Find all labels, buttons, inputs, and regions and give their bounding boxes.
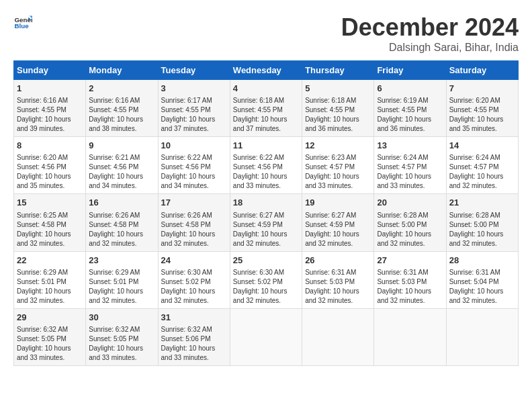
day-info: Sunrise: 6:21 AM Sunset: 4:56 PM Dayligh…: [89, 153, 154, 191]
calendar-week-row: 22Sunrise: 6:29 AM Sunset: 5:01 PM Dayli…: [14, 251, 519, 308]
calendar-cell: 7Sunrise: 6:20 AM Sunset: 4:55 PM Daylig…: [446, 80, 518, 137]
day-info: Sunrise: 6:18 AM Sunset: 4:55 PM Dayligh…: [233, 96, 299, 134]
page-header: General Blue December 2024 Dalsingh Sara…: [13, 13, 519, 54]
day-number: 24: [161, 255, 227, 267]
day-number: 13: [377, 140, 443, 152]
day-info: Sunrise: 6:18 AM Sunset: 4:55 PM Dayligh…: [305, 96, 371, 134]
calendar-cell: 26Sunrise: 6:31 AM Sunset: 5:03 PM Dayli…: [302, 251, 374, 308]
logo-icon: General Blue: [13, 13, 32, 32]
day-info: Sunrise: 6:22 AM Sunset: 4:56 PM Dayligh…: [233, 153, 299, 191]
day-info: Sunrise: 6:16 AM Sunset: 4:55 PM Dayligh…: [17, 96, 83, 134]
day-number: 23: [89, 255, 154, 267]
calendar-cell: 1Sunrise: 6:16 AM Sunset: 4:55 PM Daylig…: [14, 80, 86, 137]
calendar-cell: 14Sunrise: 6:24 AM Sunset: 4:57 PM Dayli…: [446, 137, 518, 194]
col-saturday: Saturday: [446, 61, 518, 80]
day-number: 19: [305, 197, 371, 209]
day-info: Sunrise: 6:32 AM Sunset: 5:06 PM Dayligh…: [161, 325, 227, 363]
day-info: Sunrise: 6:31 AM Sunset: 5:03 PM Dayligh…: [305, 268, 371, 306]
day-number: 12: [305, 140, 371, 152]
col-monday: Monday: [86, 61, 158, 80]
day-info: Sunrise: 6:32 AM Sunset: 5:05 PM Dayligh…: [17, 325, 83, 363]
day-info: Sunrise: 6:27 AM Sunset: 4:59 PM Dayligh…: [233, 211, 299, 248]
day-info: Sunrise: 6:24 AM Sunset: 4:57 PM Dayligh…: [449, 153, 515, 191]
calendar-cell: 23Sunrise: 6:29 AM Sunset: 5:01 PM Dayli…: [86, 251, 158, 308]
page-title: December 2024: [341, 13, 519, 42]
calendar-cell: 3Sunrise: 6:17 AM Sunset: 4:55 PM Daylig…: [158, 80, 230, 137]
day-info: Sunrise: 6:27 AM Sunset: 4:59 PM Dayligh…: [305, 211, 371, 248]
day-info: Sunrise: 6:32 AM Sunset: 5:05 PM Dayligh…: [89, 325, 154, 363]
calendar-cell: 9Sunrise: 6:21 AM Sunset: 4:56 PM Daylig…: [86, 137, 158, 194]
calendar-cell: 11Sunrise: 6:22 AM Sunset: 4:56 PM Dayli…: [230, 137, 302, 194]
day-number: 16: [89, 197, 154, 209]
day-number: 21: [449, 197, 515, 209]
day-info: Sunrise: 6:19 AM Sunset: 4:55 PM Dayligh…: [377, 96, 443, 134]
logo: General Blue: [13, 13, 32, 32]
calendar-week-row: 1Sunrise: 6:16 AM Sunset: 4:55 PM Daylig…: [14, 80, 519, 137]
calendar-header-row: Sunday Monday Tuesday Wednesday Thursday…: [14, 61, 519, 80]
day-number: 4: [233, 83, 299, 95]
day-info: Sunrise: 6:20 AM Sunset: 4:56 PM Dayligh…: [17, 153, 83, 191]
day-number: 1: [17, 83, 83, 95]
calendar-cell: [230, 308, 302, 365]
day-info: Sunrise: 6:26 AM Sunset: 4:58 PM Dayligh…: [161, 211, 227, 248]
calendar-week-row: 15Sunrise: 6:25 AM Sunset: 4:58 PM Dayli…: [14, 194, 519, 251]
calendar-cell: [302, 308, 374, 365]
day-number: 14: [449, 140, 515, 152]
calendar-cell: 2Sunrise: 6:16 AM Sunset: 4:55 PM Daylig…: [86, 80, 158, 137]
day-info: Sunrise: 6:20 AM Sunset: 4:55 PM Dayligh…: [449, 96, 515, 134]
day-info: Sunrise: 6:29 AM Sunset: 5:01 PM Dayligh…: [17, 268, 83, 306]
calendar-cell: 19Sunrise: 6:27 AM Sunset: 4:59 PM Dayli…: [302, 194, 374, 251]
day-number: 31: [161, 312, 227, 324]
day-number: 10: [161, 140, 227, 152]
day-number: 22: [17, 255, 83, 267]
day-number: 28: [449, 255, 515, 267]
day-info: Sunrise: 6:23 AM Sunset: 4:57 PM Dayligh…: [305, 153, 371, 191]
calendar-cell: 25Sunrise: 6:30 AM Sunset: 5:02 PM Dayli…: [230, 251, 302, 308]
col-wednesday: Wednesday: [230, 61, 302, 80]
day-number: 25: [233, 255, 299, 267]
day-number: 6: [377, 83, 443, 95]
calendar-cell: 21Sunrise: 6:28 AM Sunset: 5:00 PM Dayli…: [446, 194, 518, 251]
day-number: 15: [17, 197, 83, 209]
calendar-cell: 16Sunrise: 6:26 AM Sunset: 4:58 PM Dayli…: [86, 194, 158, 251]
day-number: 26: [305, 255, 371, 267]
calendar-cell: 4Sunrise: 6:18 AM Sunset: 4:55 PM Daylig…: [230, 80, 302, 137]
day-info: Sunrise: 6:24 AM Sunset: 4:57 PM Dayligh…: [377, 153, 443, 191]
calendar-cell: 5Sunrise: 6:18 AM Sunset: 4:55 PM Daylig…: [302, 80, 374, 137]
day-info: Sunrise: 6:30 AM Sunset: 5:02 PM Dayligh…: [233, 268, 299, 306]
calendar-cell: 17Sunrise: 6:26 AM Sunset: 4:58 PM Dayli…: [158, 194, 230, 251]
calendar-table: Sunday Monday Tuesday Wednesday Thursday…: [13, 60, 519, 366]
day-number: 7: [449, 83, 515, 95]
day-info: Sunrise: 6:28 AM Sunset: 5:00 PM Dayligh…: [377, 211, 443, 248]
calendar-cell: 28Sunrise: 6:31 AM Sunset: 5:04 PM Dayli…: [446, 251, 518, 308]
day-info: Sunrise: 6:31 AM Sunset: 5:04 PM Dayligh…: [449, 268, 515, 306]
title-area: December 2024 Dalsingh Sarai, Bihar, Ind…: [341, 13, 519, 54]
calendar-cell: 18Sunrise: 6:27 AM Sunset: 4:59 PM Dayli…: [230, 194, 302, 251]
day-number: 3: [161, 83, 227, 95]
day-info: Sunrise: 6:17 AM Sunset: 4:55 PM Dayligh…: [161, 96, 227, 134]
day-info: Sunrise: 6:25 AM Sunset: 4:58 PM Dayligh…: [17, 211, 83, 248]
day-info: Sunrise: 6:22 AM Sunset: 4:56 PM Dayligh…: [161, 153, 227, 191]
calendar-week-row: 29Sunrise: 6:32 AM Sunset: 5:05 PM Dayli…: [14, 308, 519, 365]
calendar-cell: 30Sunrise: 6:32 AM Sunset: 5:05 PM Dayli…: [86, 308, 158, 365]
calendar-cell: 20Sunrise: 6:28 AM Sunset: 5:00 PM Dayli…: [374, 194, 446, 251]
day-info: Sunrise: 6:29 AM Sunset: 5:01 PM Dayligh…: [89, 268, 154, 306]
calendar-cell: 29Sunrise: 6:32 AM Sunset: 5:05 PM Dayli…: [14, 308, 86, 365]
day-number: 8: [17, 140, 83, 152]
day-number: 20: [377, 197, 443, 209]
day-number: 5: [305, 83, 371, 95]
calendar-cell: 8Sunrise: 6:20 AM Sunset: 4:56 PM Daylig…: [14, 137, 86, 194]
svg-text:Blue: Blue: [14, 22, 29, 30]
calendar-cell: 10Sunrise: 6:22 AM Sunset: 4:56 PM Dayli…: [158, 137, 230, 194]
day-number: 11: [233, 140, 299, 152]
calendar-cell: 31Sunrise: 6:32 AM Sunset: 5:06 PM Dayli…: [158, 308, 230, 365]
col-tuesday: Tuesday: [158, 61, 230, 80]
day-number: 18: [233, 197, 299, 209]
day-number: 27: [377, 255, 443, 267]
day-info: Sunrise: 6:26 AM Sunset: 4:58 PM Dayligh…: [89, 211, 154, 248]
calendar-cell: 24Sunrise: 6:30 AM Sunset: 5:02 PM Dayli…: [158, 251, 230, 308]
calendar-cell: 6Sunrise: 6:19 AM Sunset: 4:55 PM Daylig…: [374, 80, 446, 137]
day-info: Sunrise: 6:30 AM Sunset: 5:02 PM Dayligh…: [161, 268, 227, 306]
calendar-cell: 13Sunrise: 6:24 AM Sunset: 4:57 PM Dayli…: [374, 137, 446, 194]
calendar-cell: [446, 308, 518, 365]
